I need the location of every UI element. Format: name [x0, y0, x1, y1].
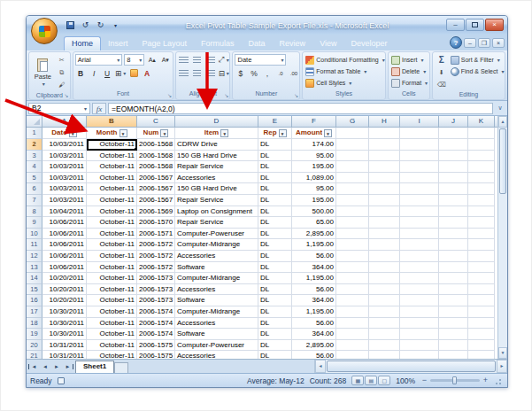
- cell-H13[interactable]: [369, 262, 400, 274]
- cell-H10[interactable]: [369, 229, 400, 240]
- cell-C16[interactable]: 2006-1573: [137, 295, 175, 306]
- cell-E6[interactable]: DL: [258, 183, 292, 195]
- grow-font-button[interactable]: A▴: [146, 54, 158, 66]
- cell-E4[interactable]: DL: [258, 161, 292, 173]
- cell-K21[interactable]: [468, 351, 495, 359]
- cell-I1[interactable]: [400, 128, 439, 139]
- cell-G5[interactable]: [336, 173, 369, 184]
- cell-G11[interactable]: [336, 239, 369, 251]
- cell-B5[interactable]: October-11: [87, 173, 137, 184]
- cell-A3[interactable]: 10/03/2011: [42, 151, 87, 162]
- cell-C19[interactable]: 2006-1574: [137, 329, 175, 340]
- delete-cells-button[interactable]: Delete▾: [390, 66, 428, 77]
- insert-function-button[interactable]: fx: [92, 103, 106, 114]
- cell-C11[interactable]: 2006-1572: [137, 239, 175, 251]
- cell-F10[interactable]: 2,895.00: [292, 229, 336, 240]
- cell-I20[interactable]: [400, 340, 439, 352]
- select-all-button[interactable]: [27, 116, 42, 127]
- align-right-button[interactable]: [204, 67, 216, 79]
- cell-B9[interactable]: October-11: [87, 217, 137, 229]
- cell-E21[interactable]: DL: [258, 351, 292, 359]
- row-header-8[interactable]: 8: [27, 206, 42, 218]
- cell-E15[interactable]: DL: [258, 284, 292, 296]
- cell-K3[interactable]: [468, 151, 495, 162]
- cell-C14[interactable]: 2006-1573: [137, 273, 175, 284]
- font-family-combo[interactable]: Arial▾: [75, 54, 123, 66]
- redo-button[interactable]: ↻: [94, 19, 107, 31]
- cell-D16[interactable]: Software: [175, 295, 258, 306]
- horizontal-scrollbar[interactable]: ◄ ►: [314, 360, 507, 373]
- scroll-up-icon[interactable]: ▲: [498, 116, 507, 128]
- cell-G12[interactable]: [336, 251, 369, 262]
- name-box[interactable]: B2 ▾: [28, 103, 90, 114]
- cell-E7[interactable]: DL: [258, 195, 292, 206]
- cell-B1[interactable]: Month▾: [87, 128, 137, 139]
- filter-button-month[interactable]: ▾: [120, 129, 127, 137]
- cell-E1[interactable]: Rep▾: [258, 128, 292, 139]
- cell-F2[interactable]: 174.00: [292, 139, 336, 151]
- cell-I6[interactable]: [400, 183, 439, 195]
- cell-A17[interactable]: 10/30/2011: [42, 306, 87, 318]
- sheet-tab-sheet1[interactable]: Sheet1: [75, 361, 114, 373]
- row-header-4[interactable]: 4: [27, 161, 42, 173]
- cell-I11[interactable]: [400, 239, 439, 251]
- cell-E11[interactable]: DL: [258, 239, 292, 251]
- cell-I7[interactable]: [400, 195, 439, 206]
- page-break-view-button[interactable]: ▢: [378, 376, 390, 385]
- cell-D19[interactable]: Software: [175, 329, 258, 340]
- dialog-launcher-icon[interactable]: ↘: [224, 93, 228, 98]
- row-header-20[interactable]: 20: [27, 340, 42, 352]
- workbook-restore-button[interactable]: ❐: [478, 38, 490, 48]
- page-layout-view-button[interactable]: ▤: [365, 376, 377, 385]
- cell-J20[interactable]: [439, 340, 468, 352]
- zoom-thumb[interactable]: [452, 376, 457, 384]
- cell-D12[interactable]: Accessories: [175, 251, 258, 262]
- cell-C1[interactable]: Num▾: [137, 128, 175, 139]
- cell-C20[interactable]: 2006-1575: [137, 340, 175, 352]
- align-bottom-button[interactable]: [204, 54, 216, 66]
- cell-J13[interactable]: [439, 262, 468, 274]
- cell-I13[interactable]: [400, 262, 439, 274]
- workbook-close-button[interactable]: ×: [492, 38, 505, 48]
- expand-formula-bar-button[interactable]: ∨: [495, 103, 505, 114]
- sort-filter-button[interactable]: Sort & Filter▾: [450, 54, 505, 66]
- zoom-out-button[interactable]: −: [420, 376, 428, 384]
- cell-F1[interactable]: Amount▾: [292, 128, 336, 139]
- cell-I12[interactable]: [400, 251, 439, 262]
- cell-H8[interactable]: [369, 206, 400, 218]
- cell-D15[interactable]: Accessories: [175, 284, 258, 296]
- cell-F7[interactable]: 195.00: [292, 195, 336, 206]
- cell-K8[interactable]: [468, 206, 495, 218]
- cell-J6[interactable]: [439, 183, 468, 195]
- tab-insert[interactable]: Insert: [101, 37, 135, 50]
- cell-J12[interactable]: [439, 251, 468, 262]
- column-header-H[interactable]: H: [369, 116, 400, 127]
- cell-G9[interactable]: [336, 217, 369, 229]
- cell-E16[interactable]: DL: [258, 295, 292, 306]
- copy-button[interactable]: ⧉: [56, 66, 68, 78]
- column-header-D[interactable]: D: [175, 116, 258, 127]
- cell-K19[interactable]: [468, 329, 495, 340]
- cell-D8[interactable]: Laptop on Consignment: [175, 206, 258, 218]
- column-header-B[interactable]: B: [87, 116, 137, 127]
- cell-A2[interactable]: 10/03/2011: [42, 139, 87, 151]
- cell-K15[interactable]: [468, 284, 495, 296]
- cell-A16[interactable]: 10/20/2011: [42, 295, 87, 306]
- cell-H20[interactable]: [369, 340, 400, 352]
- cell-I14[interactable]: [400, 273, 439, 284]
- cell-F20[interactable]: 2,895.00: [292, 340, 336, 352]
- font-color-button[interactable]: A: [142, 67, 153, 79]
- cell-I8[interactable]: [400, 206, 439, 218]
- cell-E17[interactable]: DL: [258, 306, 292, 318]
- cell-E19[interactable]: DL: [258, 329, 292, 340]
- cell-K16[interactable]: [468, 295, 495, 306]
- cell-G8[interactable]: [336, 206, 369, 218]
- format-painter-button[interactable]: 🖌: [56, 79, 68, 90]
- cell-G7[interactable]: [336, 195, 369, 206]
- cell-B7[interactable]: October-11: [87, 195, 137, 206]
- dialog-launcher-icon[interactable]: ↘: [294, 93, 298, 98]
- cell-C5[interactable]: 2006-1567: [137, 173, 175, 184]
- row-header-7[interactable]: 7: [27, 195, 42, 206]
- row-header-9[interactable]: 9: [27, 217, 42, 229]
- cell-G10[interactable]: [336, 229, 369, 240]
